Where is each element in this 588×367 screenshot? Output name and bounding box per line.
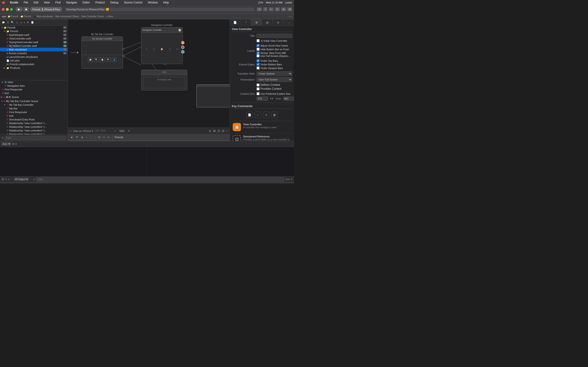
- toolbar-share-btn[interactable]: ▷: [107, 135, 111, 139]
- key-cmd-icon-4[interactable]: ▦: [271, 112, 278, 118]
- all-output-select[interactable]: All Output: [14, 177, 29, 181]
- under-top-checkbox[interactable]: [257, 59, 259, 62]
- hide-bottom-checkbox[interactable]: [257, 48, 259, 51]
- connection-dot-3[interactable]: [181, 50, 184, 53]
- breadcrumb-nav-right[interactable]: ▶: [4, 15, 6, 18]
- table-view-box[interactable]: 表格 Prototype Cells: [141, 70, 187, 90]
- outline-storyboard-entry[interactable]: ⊙ Storyboard Entry Point: [0, 118, 68, 121]
- nav-finnciti-group[interactable]: ▼ 📁 Finnciti M: [0, 29, 68, 33]
- insp-tab-connections[interactable]: →: [284, 19, 294, 25]
- close-button[interactable]: [2, 8, 5, 11]
- zoom-in-button[interactable]: +: [128, 129, 130, 133]
- nav-controller-box[interactable]: Navigation Controller 🏠 ⬅❯🏠❯⊡: [141, 27, 183, 64]
- outline-first-responder[interactable]: ◈ First Responder: [0, 88, 68, 91]
- outline-rel-2[interactable]: ⊙ Relationship "view controllers" t...: [0, 125, 68, 129]
- bc-item-5[interactable]: View Controller Scene: [81, 15, 104, 18]
- key-cmd-icon-2[interactable]: □: [255, 112, 261, 118]
- nav-source-icon[interactable]: ⊡: [6, 20, 10, 24]
- nav-issues-icon[interactable]: ⚠: [15, 20, 19, 24]
- outline-rel-1[interactable]: ⊙ Relationship "view controllers" t...: [0, 121, 68, 125]
- menu-help[interactable]: Help: [162, 1, 170, 4]
- apple-menu[interactable]: 🍎: [2, 1, 5, 4]
- warning-badge[interactable]: 1: [106, 8, 109, 10]
- nav-main-storyboard[interactable]: ■ Main.storyboard M: [0, 48, 68, 51]
- canvas-tool-4[interactable]: ⊟: [222, 129, 225, 133]
- layout-btn-1[interactable]: ☰: [257, 7, 262, 11]
- debug-eye-btn[interactable]: 👁: [12, 143, 15, 145]
- outline-rel-3[interactable]: ⊙ Relationship "view controllers" t...: [0, 129, 68, 132]
- bc-right-arrow[interactable]: ›: [292, 15, 292, 18]
- insp-tab-size[interactable]: ⊞: [273, 19, 284, 25]
- menu-navigate[interactable]: Navigate: [65, 1, 78, 4]
- disclosure-icon[interactable]: ▼: [4, 30, 6, 32]
- insp-tab-attributes[interactable]: ▦: [262, 19, 273, 25]
- width-stepper[interactable]: ⬆⬇: [270, 98, 274, 100]
- nav-mytabbarcontroller[interactable]: S MyTabBarController.swift A: [0, 44, 68, 48]
- nav-debug-icon[interactable]: ≡: [23, 21, 26, 24]
- breadcrumb-nav-left[interactable]: ◀: [2, 15, 4, 18]
- nav-test-icon[interactable]: ◇: [19, 20, 23, 24]
- outline-first-responder2[interactable]: ◈ First Responder: [0, 110, 68, 114]
- use-fullscreen-checkbox[interactable]: [257, 54, 259, 57]
- outline-exit2[interactable]: ⊗ Exit: [0, 114, 68, 118]
- debug-view-btn[interactable]: view: [285, 178, 290, 181]
- nav-viewcontroller[interactable]: S ViewController.swift M: [0, 37, 68, 40]
- use-preferred-checkbox[interactable]: [257, 92, 259, 95]
- disclosure-icon[interactable]: ▼: [1, 100, 4, 102]
- layout-btn-3[interactable]: ↩: [269, 7, 274, 11]
- insp-tab-quick[interactable]: ?: [241, 19, 251, 25]
- connection-dot-1[interactable]: [181, 41, 184, 44]
- bc-item-1[interactable]: 📁 Finnciti: [8, 15, 18, 18]
- connection-dot-2[interactable]: [181, 46, 184, 49]
- under-opaque-checkbox[interactable]: [257, 67, 259, 69]
- is-initial-checkbox[interactable]: [257, 39, 259, 42]
- debug-layout-btn2[interactable]: ⊞: [8, 178, 10, 181]
- nav-search-icon[interactable]: 🔍: [10, 20, 15, 24]
- tabbar-controller-box[interactable]: My Tab Bar Controller 🏠 🔍 🏠 🔍 👤: [82, 36, 123, 69]
- nav-breakpoints-icon[interactable]: ⊘: [26, 20, 30, 24]
- lib-item-vc[interactable]: ▣ View Controller A controller that mana…: [232, 121, 292, 133]
- defines-context-checkbox[interactable]: [257, 83, 259, 86]
- nav-appdelegate[interactable]: S AppDelegate.swift M: [0, 33, 68, 37]
- zoom-out-button[interactable]: −: [114, 129, 116, 133]
- nav-products[interactable]: ▶ 📁 Products: [0, 66, 68, 70]
- title-input[interactable]: [257, 34, 292, 38]
- under-bottom-checkbox[interactable]: [257, 63, 259, 66]
- outline-tabbar-controller[interactable]: ▼ ⊙ My Tab Bar Controller: [0, 103, 68, 107]
- disclosure-icon[interactable]: ▼: [1, 26, 4, 29]
- resize-nib-checkbox[interactable]: [257, 51, 259, 54]
- bc-item-6[interactable]: ⊙ Item: [106, 15, 113, 18]
- layout-btn-2[interactable]: ?: [263, 7, 267, 11]
- run-button[interactable]: ▶: [16, 7, 23, 11]
- canvas-tool-1[interactable]: ⊙: [209, 129, 211, 133]
- bc-item-2[interactable]: 📁 Finnciti: [20, 15, 31, 18]
- outline-view[interactable]: ▶ ▣ View: [0, 80, 68, 84]
- toolbar-filter-btn[interactable]: ▼: [69, 135, 74, 139]
- toolbar-pause-btn[interactable]: ⏸: [80, 135, 84, 139]
- outline-tabbar-scene[interactable]: ▼ ■ My Tab Bar Controller Scene: [0, 99, 68, 103]
- menu-xcode[interactable]: Xcode: [9, 1, 19, 4]
- menu-edit[interactable]: Edit: [33, 1, 39, 4]
- adjust-scroll-checkbox[interactable]: [257, 44, 259, 47]
- nav-launchscreen[interactable]: ■ LaunchScreen.storyboard: [0, 55, 68, 59]
- toolbar-cut-btn[interactable]: ✂: [102, 135, 106, 139]
- nav-finnciti-root[interactable]: ▼ 📁 Finnciti M: [0, 26, 68, 29]
- debug-info-btn[interactable]: ℹ: [16, 142, 17, 145]
- disclosure-icon[interactable]: ▼: [4, 104, 6, 106]
- canvas-tool-2[interactable]: ⊞: [213, 129, 216, 133]
- nav-report-icon[interactable]: 📋: [30, 20, 35, 24]
- scheme-selector[interactable]: Finnciti ❯ iPhone 8 Plus: [30, 7, 62, 11]
- insp-tab-identity[interactable]: ⊙: [251, 19, 262, 25]
- bc-item-3[interactable]: 📱 Main.storyboard: [33, 15, 53, 18]
- toolbar-flag-btn[interactable]: ⚑: [75, 135, 79, 139]
- item-box[interactable]: [196, 84, 230, 107]
- layout-btn-5[interactable]: ⊞: [281, 7, 286, 11]
- insp-tab-file[interactable]: 📄: [230, 19, 241, 25]
- debug-filter-input[interactable]: [36, 177, 284, 181]
- storyboard-canvas[interactable]: My Tab Bar Controller My Tab Bar Control…: [68, 19, 230, 127]
- width-input[interactable]: [257, 97, 268, 101]
- disclosure-icon[interactable]: ▶: [4, 67, 6, 69]
- toolbar-step3-btn[interactable]: ↑: [93, 135, 96, 139]
- outline-rel-4[interactable]: ⊙ Relationship "view controllers" t...: [0, 132, 68, 135]
- canvas-tool-5[interactable]: ↕: [226, 129, 228, 133]
